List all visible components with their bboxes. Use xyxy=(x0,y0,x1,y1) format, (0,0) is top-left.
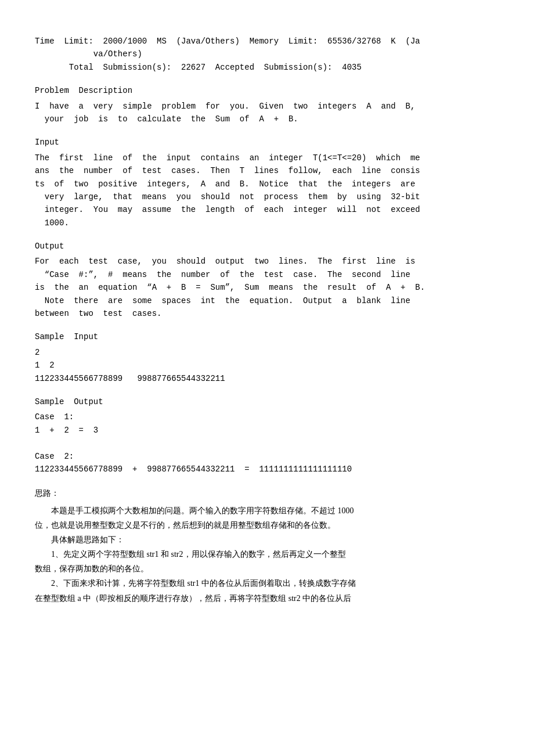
output-body: For each test case, you should output tw… xyxy=(35,255,499,320)
input-section: Input The first line of the input contai… xyxy=(35,136,499,229)
output-title: Output xyxy=(35,240,499,253)
submission-text: Total Submission(s): 22627 Accepted Subm… xyxy=(35,61,499,74)
thoughts-title: 思路： xyxy=(35,486,499,501)
thoughts-section: 思路： 本题是手工模拟两个大数相加的问题。两个输入的数字用字符数组存储。不超过 … xyxy=(35,486,499,606)
thoughts-para4: 2、下面来求和计算，先将字符型数组 str1 中的各位从后面倒着取出，转换成数字… xyxy=(35,576,499,605)
sample-output-body: Case 1: 1 + 2 = 3 Case 2: 11223344556677… xyxy=(35,411,499,476)
sample-output-title: Sample Output xyxy=(35,395,499,408)
page-container: Time Limit: 2000/1000 MS (Java/Others) M… xyxy=(35,35,499,606)
sample-input-section: Sample Input 2 1 2 112233445566778899 99… xyxy=(35,330,499,385)
thoughts-para2: 具体解题思路如下： xyxy=(35,532,499,547)
thoughts-para1: 本题是手工模拟两个大数相加的问题。两个输入的数字用字符数组存储。不超过 1000… xyxy=(35,503,499,532)
header-section: Time Limit: 2000/1000 MS (Java/Others) M… xyxy=(35,35,499,74)
thoughts-para3: 1、先定义两个字符型数组 str1 和 str2，用以保存输入的数字，然后再定义… xyxy=(35,547,499,576)
problem-description-body: I have a very simple problem for you. Gi… xyxy=(35,100,499,126)
output-section: Output For each test case, you should ou… xyxy=(35,240,499,320)
problem-description-title: Problem Description xyxy=(35,84,499,97)
time-limit-text: Time Limit: 2000/1000 MS (Java/Others) M… xyxy=(35,35,499,61)
input-title: Input xyxy=(35,136,499,149)
sample-input-title: Sample Input xyxy=(35,330,499,343)
sample-output-section: Sample Output Case 1: 1 + 2 = 3 Case 2: … xyxy=(35,395,499,476)
sample-input-body: 2 1 2 112233445566778899 998877665544332… xyxy=(35,346,499,385)
input-body: The first line of the input contains an … xyxy=(35,152,499,229)
problem-description-section: Problem Description I have a very simple… xyxy=(35,84,499,125)
